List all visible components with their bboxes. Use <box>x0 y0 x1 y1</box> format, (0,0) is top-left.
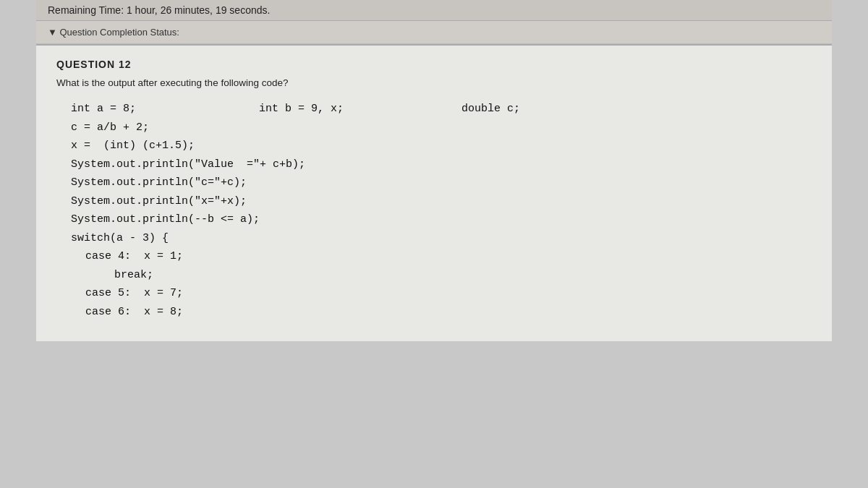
code-line-8: switch(a - 3) { <box>71 229 812 248</box>
completion-label: ▼ Question Completion Status: <box>48 27 179 38</box>
code-col1: int a = 8; <box>71 100 259 119</box>
code-line-6: System.out.println("x="+x); <box>71 192 812 211</box>
timer-bar: Remaining Time: 1 hour, 26 minutes, 19 s… <box>36 0 832 21</box>
code-line-11: case 5: x = 7; <box>71 284 812 303</box>
code-line-7: System.out.println(--b <= a); <box>71 210 812 229</box>
code-line-5: System.out.println("c="+c); <box>71 174 812 192</box>
code-col2: int b = 9, x; <box>259 100 461 119</box>
code-line-10: break; <box>71 266 812 285</box>
code-line-2: c = a/b + 2; <box>71 119 812 137</box>
question-number: QUESTION 12 <box>56 59 812 70</box>
code-col3: double c; <box>461 100 650 119</box>
timer-text: Remaining Time: 1 hour, 26 minutes, 19 s… <box>48 4 270 16</box>
completion-bar[interactable]: ▼ Question Completion Status: <box>36 21 832 44</box>
code-block: int a = 8; int b = 9, x; double c; c = a… <box>56 100 812 321</box>
code-line-3: x = (int) (c+1.5); <box>71 137 812 155</box>
main-container: Remaining Time: 1 hour, 26 minutes, 19 s… <box>36 0 832 341</box>
code-line-9: case 4: x = 1; <box>71 247 812 266</box>
code-line-4: System.out.println("Value ="+ c+b); <box>71 155 812 174</box>
question-block: QUESTION 12 What is the output after exe… <box>36 44 832 341</box>
code-line-1: int a = 8; int b = 9, x; double c; <box>71 100 812 119</box>
question-prompt: What is the output after executing the f… <box>56 77 812 88</box>
code-line-12: case 6: x = 8; <box>71 303 812 322</box>
